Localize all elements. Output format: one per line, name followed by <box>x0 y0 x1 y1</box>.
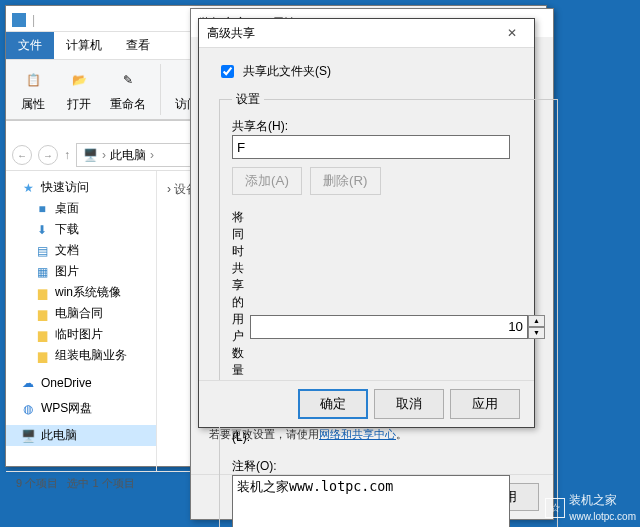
tree-documents[interactable]: ▤文档 <box>6 240 156 261</box>
remove-button[interactable]: 删除(R) <box>310 167 381 195</box>
rib-rename[interactable]: ✎重命名 <box>102 64 154 115</box>
nav-up[interactable]: ↑ <box>64 148 70 162</box>
adv-dialog-buttons: 确定 取消 应用 <box>199 380 534 427</box>
adv-ok-button[interactable]: 确定 <box>298 389 368 419</box>
properties-icon: 📋 <box>18 66 48 94</box>
adv-cancel-button[interactable]: 取消 <box>374 389 444 419</box>
advanced-sharing-dialog: 高级共享 ✕ 共享此文件夹(S) 设置 共享名(H): 添加(A) 删除(R) … <box>198 18 535 428</box>
tree-tmp[interactable]: ▆临时图片 <box>6 324 156 345</box>
tree-build[interactable]: ▆组装电脑业务 <box>6 345 156 366</box>
folder-icon: ▆ <box>34 328 50 342</box>
tree-winimg[interactable]: ▆win系统镜像 <box>6 282 156 303</box>
open-icon: 📂 <box>64 66 94 94</box>
status-selection: 选中 1 个项目 <box>67 477 134 489</box>
tree-wps[interactable]: ◍WPS网盘 <box>6 398 156 419</box>
limit-input[interactable] <box>250 315 528 339</box>
tree-this-pc[interactable]: 🖥️此电脑 <box>6 425 156 446</box>
qat-divider: | <box>32 13 35 27</box>
breadcrumb-this-pc: 此电脑 <box>110 147 146 164</box>
adv-close-button[interactable]: ✕ <box>489 19 534 47</box>
pc-icon: 🖥️ <box>83 148 98 162</box>
folder-icon: ▆ <box>34 286 50 300</box>
tab-view[interactable]: 查看 <box>114 32 162 59</box>
notes-label: 注释(O): <box>232 458 545 475</box>
adv-title: 高级共享 <box>207 25 489 42</box>
adv-titlebar: 高级共享 ✕ <box>199 19 534 48</box>
share-folder-checkbox-input[interactable] <box>221 65 234 78</box>
download-icon: ⬇ <box>34 223 50 237</box>
tab-file[interactable]: 文件 <box>6 32 54 59</box>
folder-icon: ▆ <box>34 349 50 363</box>
watermark-site: 装机之家 <box>569 492 636 509</box>
nav-fwd[interactable]: → <box>38 145 58 165</box>
settings-legend: 设置 <box>232 91 264 108</box>
explorer-icon <box>12 13 26 27</box>
rib-open[interactable]: 📂打开 <box>56 64 102 115</box>
doc-icon: ▤ <box>34 244 50 258</box>
rib-properties[interactable]: 📋属性 <box>10 64 56 115</box>
share-name-label: 共享名(H): <box>232 118 545 135</box>
desktop-icon: ■ <box>34 202 50 216</box>
tree-downloads[interactable]: ⬇下载 <box>6 219 156 240</box>
spin-up[interactable]: ▲ <box>528 315 545 327</box>
rename-icon: ✎ <box>113 66 143 94</box>
settings-group: 设置 共享名(H): 添加(A) 删除(R) 将同时共享的用户数量限制为(L):… <box>219 91 558 527</box>
status-items: 9 个项目 <box>16 477 58 489</box>
pic-icon: ▦ <box>34 265 50 279</box>
add-button[interactable]: 添加(A) <box>232 167 302 195</box>
watermark-star-icon: ☆ <box>545 498 565 518</box>
star-icon: ★ <box>20 181 36 195</box>
watermark: ☆ 装机之家 www.lotpc.com <box>545 492 636 523</box>
tab-computer[interactable]: 计算机 <box>54 32 114 59</box>
share-folder-checkbox[interactable]: 共享此文件夹(S) <box>217 62 516 81</box>
notes-textarea[interactable]: 装机之家www.lotpc.com <box>232 475 510 527</box>
folder-icon: ▆ <box>34 307 50 321</box>
onedrive-icon: ☁ <box>20 376 36 390</box>
adv-apply-button[interactable]: 应用 <box>450 389 520 419</box>
share-name-input[interactable] <box>232 135 510 159</box>
tree-onedrive[interactable]: ☁OneDrive <box>6 374 156 392</box>
nav-tree: ★快速访问 ■桌面 ⬇下载 ▤文档 ▦图片 ▆win系统镜像 ▆电脑合同 ▆临时… <box>6 171 157 471</box>
tree-pictures[interactable]: ▦图片 <box>6 261 156 282</box>
wps-icon: ◍ <box>20 402 36 416</box>
tree-contract[interactable]: ▆电脑合同 <box>6 303 156 324</box>
watermark-url: www.lotpc.com <box>569 511 636 522</box>
spin-down[interactable]: ▼ <box>528 327 545 339</box>
nav-back[interactable]: ← <box>12 145 32 165</box>
limit-spinner[interactable]: ▲ ▼ <box>250 315 545 339</box>
tree-quick-access[interactable]: ★快速访问 <box>6 177 156 198</box>
pc-icon: 🖥️ <box>20 429 36 443</box>
tree-desktop[interactable]: ■桌面 <box>6 198 156 219</box>
